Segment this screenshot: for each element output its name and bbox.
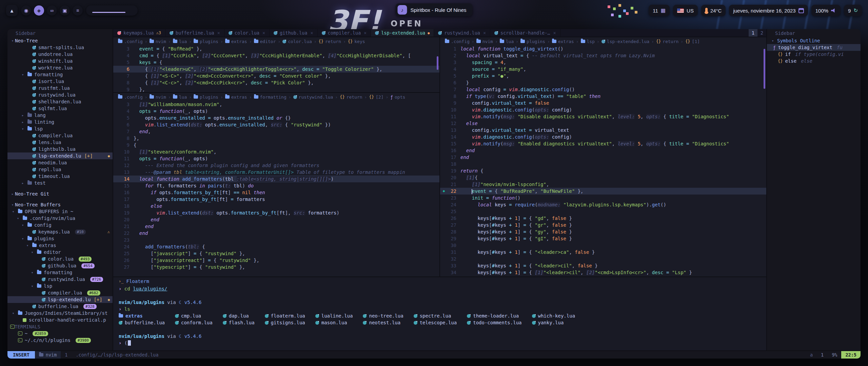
breadcrumb-segment[interactable]: plugins <box>194 95 218 100</box>
breadcrumb-segment[interactable]: lua <box>500 39 514 44</box>
code-area[interactable]: 1local function toggle_diag_virtext()2 l… <box>440 45 766 276</box>
breadcrumb-segment[interactable]: lsp <box>581 39 595 44</box>
tab-compiler-lua[interactable]: compiler.lua× <box>318 29 371 37</box>
tree-item[interactable]: sqlfmt.lua <box>7 105 113 112</box>
tabpage-number[interactable]: 2 <box>757 29 766 37</box>
breadcrumb-segment[interactable]: {}return <box>656 39 678 44</box>
tree-item[interactable]: timeout.lua <box>7 173 113 180</box>
ls-entry[interactable]: conform.lua <box>175 319 213 326</box>
tree-item[interactable]: bufferline.lua#328 <box>7 303 113 310</box>
breadcrumb-segment[interactable]: extras <box>225 39 247 44</box>
clipboard-button[interactable]: ▣ <box>60 5 70 16</box>
ls-entry[interactable]: neo-tree.lua <box>363 312 403 319</box>
tree-item[interactable]: ▾Juegos/Indies/SteamLibrary/st <box>7 310 113 317</box>
tree-item[interactable]: compiler.lua#682 <box>7 289 113 296</box>
tree-item[interactable]: lens.lua <box>7 139 113 146</box>
tree-item[interactable]: shellharden.lua <box>7 98 113 105</box>
ls-entry[interactable]: which-key.lua <box>532 312 575 319</box>
code-area[interactable]: 3 [1]"williamboman/mason.nvim",4 opts = … <box>113 101 439 270</box>
link-button[interactable]: ∞ <box>47 5 57 16</box>
breadcrumb-segment[interactable]: extras <box>225 95 247 100</box>
ls-entry[interactable]: yanky.lua <box>532 319 575 326</box>
ls-entry[interactable]: floaterm.lua <box>265 312 305 319</box>
tree-item[interactable]: >_~/.c/n/l/plugins#3980 <box>7 337 113 344</box>
breadcrumb-segment[interactable]: lua <box>173 95 187 100</box>
tree-item[interactable]: color.lua#493 <box>7 256 113 262</box>
breadcrumb-segment[interactable]: {}[2] <box>369 95 383 100</box>
breadcrumb-segment[interactable]: extras <box>552 39 574 44</box>
tab-lsp-extended-lua[interactable]: lsp-extended.lua● <box>371 29 434 37</box>
close-icon[interactable]: × <box>310 30 313 36</box>
close-icon[interactable]: × <box>217 30 220 36</box>
floaterm-terminal[interactable]: › cd lua/plugins/nvim/lua/plugins via ☾ … <box>113 285 766 346</box>
scrollbar-handle[interactable] <box>764 49 765 89</box>
ls-entry[interactable]: bufferline.lua <box>119 319 165 326</box>
updates-module[interactable]: 9 ↻ <box>844 5 862 16</box>
tree-item[interactable]: scrollbar-handle-vertical.p <box>7 317 113 323</box>
breadcrumb-segment[interactable]: plugins <box>520 39 545 44</box>
breadcrumb-segment[interactable]: .config <box>445 39 470 44</box>
tree-item[interactable]: ▾.config/nvim/lua <box>7 215 113 222</box>
outline-item[interactable]: {}elseelse <box>767 58 861 64</box>
tree-item[interactable]: rustywind.lua#726 <box>7 276 113 283</box>
scrollbar-handle[interactable] <box>437 56 438 70</box>
editor-window-lsp-extended-lua[interactable]: .config›nvim›lua›plugins›extras›lsp›lsp-… <box>440 37 766 277</box>
breadcrumb-segment[interactable]: lua <box>173 39 187 44</box>
close-icon[interactable]: × <box>483 30 486 36</box>
tree-item[interactable]: rustfmt.lua <box>7 85 113 92</box>
code-area[interactable]: 3 event = { "BufRead" },4 cmd = { [1]"Cc… <box>113 45 439 93</box>
tree-item[interactable]: undotree.lua <box>7 51 113 58</box>
symbols-outline-header[interactable]: ▾ Symbols Outline <box>767 37 861 44</box>
ls-entry[interactable]: todo-comments.lua <box>467 319 521 326</box>
editor-window-rustywind-lua[interactable]: .config›nvim›lua›plugins›extras›formatti… <box>113 93 439 277</box>
notes-button[interactable]: ≡ <box>73 5 83 16</box>
outline-item[interactable]: {}ifif type(config.vi <box>767 51 861 58</box>
breadcrumb-segment[interactable]: {}keys <box>348 39 365 44</box>
tree-item[interactable]: repl.lua <box>7 166 113 173</box>
ls-entry[interactable]: telescope.lua <box>414 319 457 326</box>
breadcrumb-segment[interactable]: nvim <box>150 95 166 100</box>
tree-item[interactable]: isort.lua <box>7 78 113 85</box>
breadcrumb-segment[interactable]: nvim <box>476 39 493 44</box>
app-launcher-button[interactable]: ▲ <box>6 5 18 16</box>
tab-color-lua[interactable]: color.lua× <box>224 29 270 37</box>
ls-entry[interactable]: neotest.lua <box>363 319 403 326</box>
tab-github-lua[interactable]: github.lua× <box>270 29 317 37</box>
tree-item[interactable]: rustywind.lua <box>7 92 113 98</box>
ls-entry[interactable]: spectre.lua <box>414 312 457 319</box>
floaterm-panel[interactable]: ›_ Floaterm › cd lua/plugins/nvim/lua/pl… <box>113 277 766 350</box>
tree-item[interactable]: ▾lsp <box>7 125 113 132</box>
tree-item[interactable]: lightbulb.lua <box>7 146 113 152</box>
tree-item[interactable]: ▾extras <box>7 242 113 249</box>
tree-item[interactable]: ▾OPEN BUFFERS in ~ <box>7 208 113 215</box>
close-icon[interactable]: × <box>553 30 556 36</box>
tree-item[interactable]: ▾formatting <box>7 269 113 276</box>
tree-item[interactable]: ▾plugins <box>7 235 113 242</box>
tree-item[interactable]: ▾formatting <box>7 71 113 78</box>
keyboard-layout-module[interactable]: US <box>673 5 698 16</box>
close-icon[interactable]: × <box>262 30 265 36</box>
ls-entry[interactable]: extras <box>119 312 165 319</box>
sidebar-section-header-terminals[interactable]: >_TERMINALS <box>7 323 113 330</box>
ls-entry[interactable]: lualine.lua <box>315 312 353 319</box>
breadcrumb-segment[interactable]: .config <box>118 95 143 100</box>
breadcrumb-segment[interactable]: {}[1] <box>685 39 700 44</box>
ls-entry[interactable]: cmp.lua <box>175 312 213 319</box>
music-player-widget[interactable]: ♪ Spiritbox - Rule Of Nines <box>395 3 472 16</box>
tree-item[interactable]: compiler.lua <box>7 132 113 139</box>
breadcrumb-segment[interactable]: color.lua <box>282 39 312 44</box>
tree-item[interactable]: ▾editor <box>7 249 113 256</box>
tree-item[interactable]: ▾config <box>7 222 113 228</box>
weather-module[interactable]: 24°C <box>701 5 726 16</box>
tab-scrollbar-handle-[interactable]: scrollbar-handle-…× <box>490 29 560 37</box>
breadcrumb-segment[interactable]: {}return <box>340 95 362 100</box>
tabpage-number[interactable]: 1 <box>749 29 757 37</box>
breadcrumb-segment[interactable]: lsp-extended.lua <box>601 39 649 44</box>
breadcrumb-segment[interactable]: nvim <box>150 39 166 44</box>
breadcrumb-segment[interactable]: .config <box>118 39 143 44</box>
tree-item[interactable]: >_~#2859 <box>7 330 113 337</box>
tree-item[interactable]: neodim.lua <box>7 159 113 166</box>
tree-item[interactable]: lsp-extended.lu[+]● <box>7 296 113 303</box>
power-button[interactable]: ◉ <box>21 5 31 16</box>
workspaces-module[interactable]: 11 ▦ <box>649 5 670 16</box>
